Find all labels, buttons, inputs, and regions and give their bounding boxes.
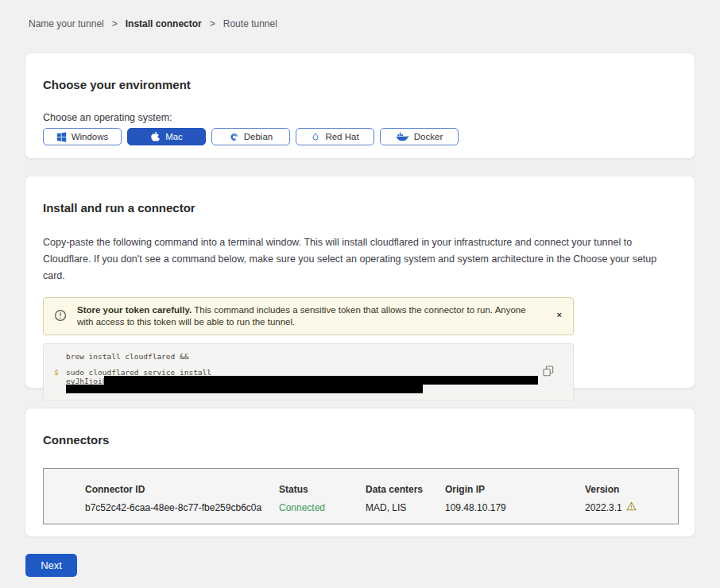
redhat-icon: [311, 132, 320, 142]
warning-triangle-icon: [626, 501, 637, 513]
windows-icon: [56, 132, 67, 142]
environment-card-title: Choose your environment: [43, 78, 677, 91]
col-header-origin-ip: Origin IP: [445, 484, 585, 495]
cell-version: 2022.3.1: [585, 501, 678, 513]
cell-connector-id: b7c52c42-6caa-48ee-8c77-fbe259cb6c0a: [85, 502, 279, 513]
next-button[interactable]: Next: [25, 554, 77, 577]
alert-circle-icon: [54, 309, 67, 325]
breadcrumb-route-tunnel[interactable]: Route tunnel: [223, 18, 277, 29]
os-button-mac[interactable]: Mac: [127, 128, 206, 145]
docker-icon: [396, 132, 409, 142]
close-icon[interactable]: ×: [557, 311, 562, 319]
choose-environment-card: Choose your environment Choose an operat…: [25, 52, 695, 159]
os-select-label: Choose an operating system:: [43, 112, 677, 123]
status-badge: Connected: [279, 502, 366, 513]
cell-data-centers: MAD, LIS: [366, 502, 445, 513]
os-button-docker[interactable]: Docker: [380, 128, 459, 145]
version-value: 2022.3.1: [585, 502, 622, 513]
redaction-bar: [66, 385, 423, 393]
redaction-bar: [104, 376, 538, 385]
breadcrumb-separator: >: [112, 18, 118, 29]
os-button-debian[interactable]: Debian: [211, 128, 290, 145]
col-header-status: Status: [279, 484, 366, 495]
breadcrumb-separator: >: [210, 18, 215, 29]
connectors-card: Connectors Connector ID Status Data cent…: [25, 408, 695, 537]
apple-icon: [150, 131, 161, 142]
col-header-version: Version: [585, 484, 678, 495]
os-button-label: Windows: [72, 132, 109, 141]
os-button-label: Mac: [165, 132, 183, 141]
os-button-redhat[interactable]: Red Hat: [296, 128, 374, 145]
os-button-label: Docker: [414, 132, 443, 141]
cell-origin-ip: 109.48.10.179: [445, 502, 585, 513]
os-button-label: Red Hat: [325, 132, 358, 141]
install-connector-card: Install and run a connector Copy-paste t…: [25, 176, 695, 389]
install-card-title: Install and run a connector: [43, 201, 671, 215]
connectors-card-title: Connectors: [43, 433, 677, 447]
copy-icon[interactable]: [543, 366, 554, 378]
install-description: Copy-paste the following command into a …: [43, 234, 671, 284]
token-warning-banner: Store your token carefully. This command…: [43, 297, 574, 335]
col-header-connector-id: Connector ID: [85, 484, 279, 495]
os-button-windows[interactable]: Windows: [43, 128, 122, 145]
shell-prompt: $: [54, 368, 59, 377]
col-header-data-centers: Data centers: [366, 484, 445, 495]
breadcrumb-name-your-tunnel[interactable]: Name your tunnel: [29, 18, 104, 29]
breadcrumb-install-connector[interactable]: Install connector: [126, 18, 202, 29]
debian-icon: [229, 132, 239, 142]
connectors-table: Connector ID Status Data centers Origin …: [43, 468, 679, 524]
warning-bold-text: Store your token carefully.: [77, 305, 192, 315]
os-button-row: Windows Mac Debian Red Hat Docker: [43, 128, 677, 145]
os-button-label: Debian: [244, 132, 273, 141]
breadcrumb: Name your tunnel > Install connector > R…: [0, 0, 720, 29]
code-line-brew: brew install cloudflared &&: [66, 352, 188, 361]
install-command-code-block: brew install cloudflared && $ sudo cloud…: [43, 343, 574, 400]
